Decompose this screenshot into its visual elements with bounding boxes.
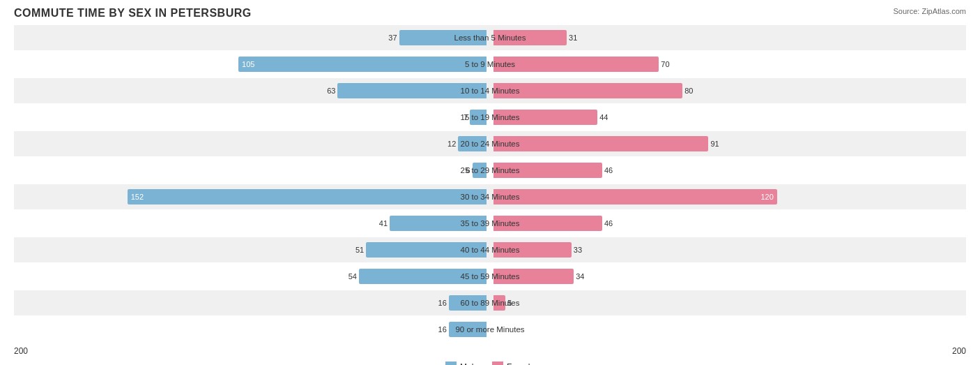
male-value: 16 bbox=[438, 299, 449, 307]
left-half: 7 bbox=[14, 105, 490, 130]
left-half: 41 bbox=[14, 211, 490, 236]
legend: Male Female bbox=[14, 362, 966, 365]
male-bar: 51 bbox=[366, 242, 487, 258]
female-value: 44 bbox=[597, 113, 608, 121]
male-legend-box bbox=[445, 362, 457, 365]
female-bar: 46 bbox=[493, 163, 602, 178]
male-value: 37 bbox=[388, 33, 399, 42]
left-half: 16 bbox=[14, 290, 490, 315]
female-bar: 31 bbox=[493, 30, 567, 45]
female-bar: 34 bbox=[493, 269, 574, 284]
left-half: 105 bbox=[14, 52, 490, 77]
female-bar: 44 bbox=[493, 110, 597, 125]
left-half: 16 bbox=[14, 317, 490, 342]
female-legend-box bbox=[492, 362, 503, 365]
bar-row: 513340 to 44 Minutes bbox=[14, 237, 966, 262]
male-value-inside: 105 bbox=[242, 60, 254, 68]
male-value: 63 bbox=[327, 87, 337, 95]
chart-container: COMMUTE TIME BY SEX IN PETERSBURG Source… bbox=[0, 0, 980, 365]
right-half: 46 bbox=[490, 158, 966, 183]
female-bar: 120 bbox=[493, 189, 777, 204]
female-bar: 33 bbox=[493, 242, 572, 258]
male-value: 6 bbox=[466, 166, 473, 174]
right-half: 44 bbox=[490, 105, 966, 130]
male-value: 51 bbox=[355, 246, 366, 254]
right-half: 46 bbox=[490, 211, 966, 236]
female-bar: 91 bbox=[493, 136, 708, 151]
right-half: 34 bbox=[490, 264, 966, 289]
bar-row: 64625 to 29 Minutes bbox=[14, 158, 966, 183]
male-bar: 41 bbox=[390, 216, 487, 231]
bar-row: 16560 to 89 Minutes bbox=[14, 290, 966, 315]
female-value: 46 bbox=[602, 219, 613, 228]
right-half: 33 bbox=[490, 237, 966, 262]
bar-row: 638010 to 14 Minutes bbox=[14, 78, 966, 103]
source-text: Source: ZipAtlas.com bbox=[893, 7, 966, 15]
male-value: 41 bbox=[379, 219, 390, 228]
bar-row: 1690 or more Minutes bbox=[14, 317, 966, 342]
female-value: 31 bbox=[567, 33, 577, 42]
axis-left: 200 bbox=[14, 346, 28, 356]
male-bar: 54 bbox=[359, 269, 487, 284]
left-half: 54 bbox=[14, 264, 490, 289]
right-half: 120 bbox=[490, 184, 966, 209]
chart-rows: 3731Less than 5 Minutes105705 to 9 Minut… bbox=[14, 25, 966, 342]
male-bar: 6 bbox=[473, 163, 487, 178]
male-bar: 16 bbox=[449, 295, 487, 311]
left-half: 51 bbox=[14, 237, 490, 262]
right-half: 80 bbox=[490, 78, 966, 103]
left-half: 152 bbox=[14, 184, 490, 209]
male-bar: 37 bbox=[399, 30, 487, 45]
female-bar: 70 bbox=[493, 57, 659, 72]
female-legend-label: Female bbox=[507, 362, 535, 365]
axis-right: 200 bbox=[952, 346, 966, 356]
male-value: 12 bbox=[447, 140, 458, 148]
right-half: 5 bbox=[490, 290, 966, 315]
male-bar: 16 bbox=[449, 322, 487, 337]
female-value: 5 bbox=[505, 299, 512, 307]
female-value: 91 bbox=[708, 140, 719, 148]
female-bar: 46 bbox=[493, 216, 602, 231]
right-half: 91 bbox=[490, 131, 966, 156]
bar-row: 105705 to 9 Minutes bbox=[14, 52, 966, 77]
left-half: 6 bbox=[14, 158, 490, 183]
bar-row: 129120 to 24 Minutes bbox=[14, 131, 966, 156]
right-half: 70 bbox=[490, 52, 966, 77]
male-legend-label: Male bbox=[460, 362, 478, 365]
female-value: 46 bbox=[602, 166, 613, 174]
female-value: 33 bbox=[572, 246, 582, 254]
bar-row: 414635 to 39 Minutes bbox=[14, 211, 966, 236]
chart-title: COMMUTE TIME BY SEX IN PETERSBURG bbox=[14, 7, 966, 20]
legend-male: Male bbox=[445, 362, 478, 365]
female-value-inside: 120 bbox=[760, 193, 773, 201]
male-value: 16 bbox=[438, 325, 449, 334]
female-bar: 80 bbox=[493, 83, 682, 98]
left-half: 12 bbox=[14, 131, 490, 156]
male-bar: 63 bbox=[337, 83, 487, 98]
left-half: 37 bbox=[14, 25, 490, 50]
female-bar: 5 bbox=[493, 295, 505, 311]
bar-row: 74415 to 19 Minutes bbox=[14, 105, 966, 130]
male-value: 7 bbox=[464, 113, 470, 121]
right-half: 31 bbox=[490, 25, 966, 50]
bar-row: 3731Less than 5 Minutes bbox=[14, 25, 966, 50]
male-bar: 105 bbox=[238, 57, 487, 72]
female-value: 34 bbox=[574, 272, 584, 281]
right-half bbox=[490, 317, 966, 342]
female-value: 70 bbox=[659, 60, 669, 68]
male-bar: 7 bbox=[470, 110, 487, 125]
legend-female: Female bbox=[492, 362, 535, 365]
male-value-inside: 152 bbox=[131, 193, 144, 201]
axis-labels: 200 200 bbox=[14, 343, 966, 359]
male-bar: 152 bbox=[128, 189, 487, 204]
male-bar: 12 bbox=[458, 136, 487, 151]
left-half: 63 bbox=[14, 78, 490, 103]
male-value: 54 bbox=[349, 272, 359, 281]
bar-row: 15212030 to 34 Minutes bbox=[14, 184, 966, 209]
female-value: 80 bbox=[682, 87, 693, 95]
bar-row: 543445 to 59 Minutes bbox=[14, 264, 966, 289]
